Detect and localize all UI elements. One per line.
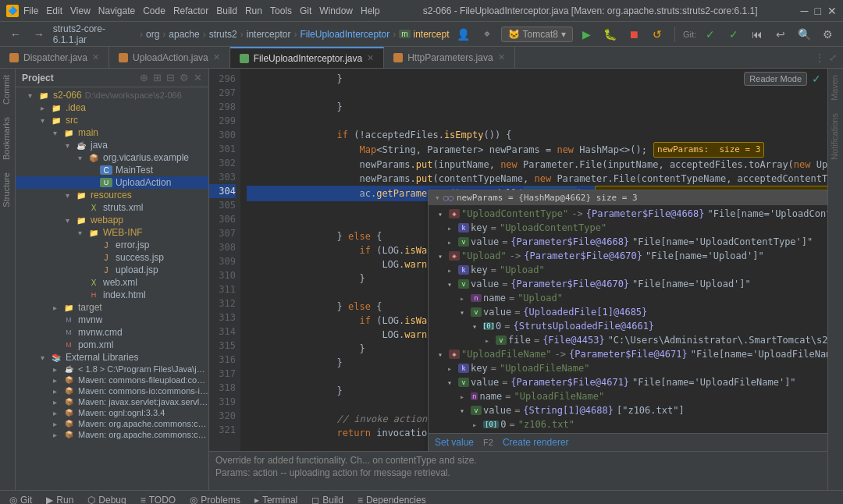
tree-target[interactable]: ▸ 📁 target bbox=[16, 301, 208, 314]
menu-git[interactable]: Git bbox=[300, 5, 311, 16]
debug-arrow-val0[interactable]: ▸ bbox=[447, 238, 458, 247]
debug-row-ufn-key[interactable]: ▸ k key = "UploadFileName" bbox=[429, 361, 827, 375]
tab-httpparameters[interactable]: HttpParameters.java ✕ bbox=[384, 47, 514, 68]
debug-arrow-key0[interactable]: ▸ bbox=[447, 224, 458, 232]
tree-success-jsp[interactable]: ▸ J success.jsp bbox=[16, 251, 208, 264]
sidebar-icon-scroll[interactable]: ⊞ bbox=[153, 72, 162, 83]
tree-lib-jdk[interactable]: ▸ ☕ < 1.8 > C:\Program Files\Java\jdk-1.… bbox=[16, 364, 208, 374]
debug-arrow-ufn-key[interactable]: ▸ bbox=[447, 364, 458, 373]
set-value-button[interactable]: Set value bbox=[435, 437, 474, 448]
tree-idea[interactable]: ▸ 📁 .idea bbox=[16, 101, 208, 114]
menu-refactor[interactable]: Refactor bbox=[173, 5, 208, 16]
run-button[interactable]: ▶ bbox=[578, 25, 596, 44]
debug-arrow-upload-name[interactable]: ▸ bbox=[460, 294, 471, 303]
tree-webapp[interactable]: ▾ 📁 webapp bbox=[16, 214, 208, 226]
git-undo[interactable]: ↩ bbox=[771, 25, 790, 44]
tree-lib-apachecommons1[interactable]: ▸ 📦 Maven: org.apache.commons:comn... bbox=[16, 418, 208, 429]
tomcat-dropdown[interactable]: 🐱 Tomcat8 ▾ bbox=[501, 27, 573, 42]
run-toolbar-btn[interactable]: ▶ Run bbox=[40, 493, 80, 505]
menu-tools[interactable]: Tools bbox=[270, 5, 292, 16]
debug-row-upload-arr0[interactable]: ▾ [0] 0 = {StrutsUploadedFile@4661} bbox=[429, 319, 827, 333]
debug-arrow-ufn-value2[interactable]: ▾ bbox=[460, 406, 471, 415]
problems-toolbar-btn[interactable]: ◎ Problems bbox=[183, 493, 247, 505]
debug-row-uploadfilename[interactable]: ▾ ◈ "UploadFileName" -> {Parameter$File@… bbox=[429, 347, 827, 361]
debug-row-upload-val[interactable]: ▾ v value = {Parameter$File@4670} "File[… bbox=[429, 277, 827, 291]
tree-struts-xml[interactable]: ▸ X struts.xml bbox=[16, 201, 208, 214]
sidebar-icon-collapse[interactable]: ⊟ bbox=[166, 72, 175, 83]
tabs-expand-icon[interactable]: ⤢ bbox=[829, 52, 837, 63]
sidebar-icon-close[interactable]: ✕ bbox=[194, 72, 202, 83]
minimize-button[interactable]: ─ bbox=[801, 5, 809, 17]
tab-uploadaction[interactable]: UploadAction.java ✕ bbox=[109, 47, 230, 68]
close-button[interactable]: ✕ bbox=[827, 5, 837, 17]
debug-row-upload[interactable]: ▾ ◈ "Upload" -> {Parameter$File@4670} "F… bbox=[429, 249, 827, 263]
debug-arrow-ufn-val[interactable]: ▾ bbox=[447, 378, 458, 387]
tree-upload-jsp[interactable]: ▸ J upload.jsp bbox=[16, 264, 208, 276]
tab-dispatcher[interactable]: Dispatcher.java ✕ bbox=[0, 47, 109, 68]
debug-row-ufn-val[interactable]: ▾ v value = {Parameter$File@4671} "File[… bbox=[429, 375, 827, 389]
forward-button[interactable]: → bbox=[30, 25, 48, 44]
menu-help[interactable]: Help bbox=[361, 5, 380, 16]
tree-java[interactable]: ▾ ☕ java bbox=[16, 139, 208, 151]
tree-lib-apachecommons2[interactable]: ▸ 📦 Maven: org.apache.commons:comn... bbox=[16, 429, 208, 440]
git-check1[interactable]: ✓ bbox=[701, 25, 720, 44]
dependencies-toolbar-btn[interactable]: ≡ Dependencies bbox=[351, 493, 432, 505]
tab-dispatcher-close[interactable]: ✕ bbox=[92, 52, 99, 62]
git-check2[interactable]: ✓ bbox=[724, 25, 743, 44]
reader-mode-button[interactable]: Reader Mode bbox=[744, 72, 807, 86]
menu-edit[interactable]: Edit bbox=[46, 5, 62, 16]
debug-arrow-upload[interactable]: ▾ bbox=[438, 252, 449, 261]
tree-root[interactable]: ▾ 📁 s2-066 D:\dev\workspace\s2-066 bbox=[16, 89, 208, 101]
maximize-button[interactable]: □ bbox=[815, 5, 821, 17]
debug-row-upload-key[interactable]: ▸ k key = "Upload" bbox=[429, 263, 827, 277]
debug-arrow-uploadcontenttype[interactable]: ▾ bbox=[438, 210, 449, 218]
tab-fileuploadinterceptor[interactable]: FileUploadInterceptor.java ✕ bbox=[230, 47, 384, 68]
debug-row-uploadcontenttype[interactable]: ▾ ◈ "UploadContentType" -> {Parameter$Fi… bbox=[429, 207, 827, 221]
menu-navigate[interactable]: Navigate bbox=[98, 5, 135, 16]
debug-row-ufn-arr0[interactable]: ▸ [0] 0 = "z106.txt" bbox=[429, 417, 827, 431]
tree-ext-libs[interactable]: ▾ 📚 External Libraries bbox=[16, 351, 208, 364]
stop-button[interactable]: ⏹ bbox=[624, 25, 643, 44]
debug-arrow-ufn-name[interactable]: ▸ bbox=[460, 392, 471, 401]
tree-lib-javax[interactable]: ▸ 📦 Maven: javax.servlet:javax.servlet-a… bbox=[16, 396, 208, 407]
tree-lib-fileupload[interactable]: ▸ 📦 Maven: commons-fileupload:comm... bbox=[16, 374, 208, 385]
tree-resources[interactable]: ▾ 📁 resources bbox=[16, 189, 208, 201]
debug-toolbar-btn[interactable]: ⬡ Debug bbox=[81, 493, 132, 505]
menu-view[interactable]: View bbox=[70, 5, 91, 16]
git-history[interactable]: ⏮ bbox=[748, 25, 767, 44]
create-renderer-button[interactable]: Create renderer bbox=[503, 437, 569, 448]
debug-arrow-file[interactable]: ▸ bbox=[485, 336, 496, 345]
tab-httpparams-close[interactable]: ✕ bbox=[498, 52, 505, 62]
tree-web-xml[interactable]: ▸ X web.xml bbox=[16, 276, 208, 289]
build-toolbar-btn[interactable]: ◻ Build bbox=[305, 493, 350, 505]
git-toolbar-btn[interactable]: ◎ Git bbox=[3, 493, 38, 505]
tree-index-html[interactable]: ▸ H index.html bbox=[16, 289, 208, 301]
notifications-panel-label[interactable]: Notifications bbox=[828, 107, 843, 166]
todo-toolbar-btn[interactable]: ≡ TODO bbox=[134, 493, 182, 505]
tree-uploadaction[interactable]: ▸ U UploadAction bbox=[16, 176, 208, 189]
sidebar-icon-new[interactable]: ⊕ bbox=[140, 72, 148, 83]
tree-maintest[interactable]: ▸ C MainTest bbox=[16, 164, 208, 176]
debug-row-file[interactable]: ▸ v file = {File@4453} "C:\Users\Adminis… bbox=[429, 333, 827, 347]
tree-lib-ognl[interactable]: ▸ 📦 Maven: ognl:ognl:3.3.4 bbox=[16, 407, 208, 418]
structure-panel-label[interactable]: Structure bbox=[0, 166, 15, 214]
terminal-toolbar-btn[interactable]: ▸ Terminal bbox=[248, 493, 304, 505]
tree-mvnw-cmd[interactable]: ▸ M mvnw.cmd bbox=[16, 326, 208, 339]
tab-uploadaction-close[interactable]: ✕ bbox=[213, 52, 220, 62]
commit-panel-label[interactable]: Commit bbox=[0, 69, 15, 111]
search-everywhere[interactable]: 🔍 bbox=[795, 25, 813, 44]
debug-expand-icon[interactable]: ▾ bbox=[435, 193, 440, 203]
tree-package[interactable]: ▾ 📦 org.vicarius.example bbox=[16, 151, 208, 164]
debug-row-key-0[interactable]: ▸ k key = "UploadContentType" bbox=[429, 221, 827, 235]
tree-main[interactable]: ▾ 📁 main bbox=[16, 126, 208, 139]
profile-button[interactable]: 👤 bbox=[454, 25, 473, 44]
debug-arrow-upload-val[interactable]: ▾ bbox=[447, 280, 458, 289]
debug-arrow-ufn-arr0[interactable]: ▸ bbox=[472, 421, 483, 429]
tab-fileupload-close[interactable]: ✕ bbox=[367, 53, 374, 63]
tree-src[interactable]: ▾ 📁 src bbox=[16, 114, 208, 126]
update-button[interactable]: ↺ bbox=[648, 25, 667, 44]
bookmarks-panel-label[interactable]: Bookmarks bbox=[0, 111, 15, 166]
maven-panel-label[interactable]: Maven bbox=[828, 69, 843, 107]
menu-code[interactable]: Code bbox=[143, 5, 165, 16]
tree-webinf[interactable]: ▾ 📁 WEB-INF bbox=[16, 226, 208, 239]
